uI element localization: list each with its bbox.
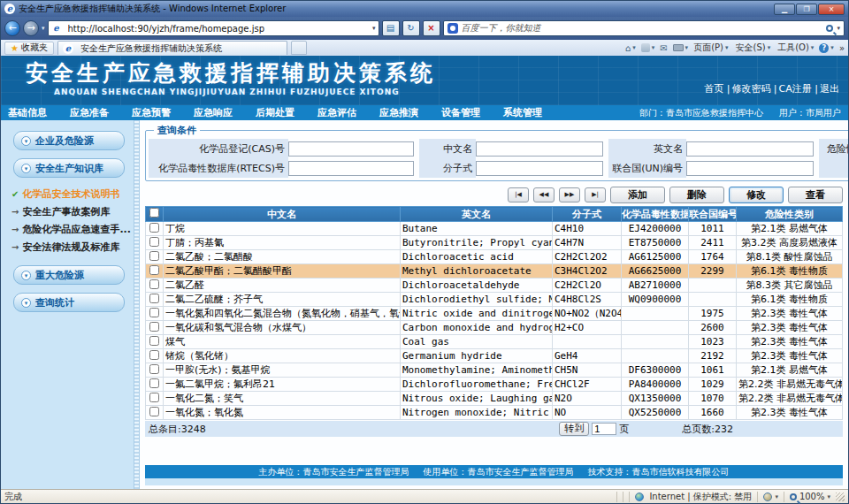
select-all-checkbox[interactable] xyxy=(149,208,159,218)
table-row[interactable]: 丁烷ButaneC4H10EJ42000001011第2.1类 易燃气体 xyxy=(146,222,843,236)
top-link-2[interactable]: CA注册 xyxy=(779,83,812,95)
row-checkbox[interactable] xyxy=(149,251,159,261)
nav-item-0[interactable]: 基础信息 xyxy=(8,106,47,119)
table-row[interactable]: 一氧化二氮；笑气Nitrous oxide; Laughing gasN2OQX… xyxy=(146,392,843,406)
row-checkbox[interactable] xyxy=(149,294,159,303)
mail-button[interactable]: ✉ xyxy=(660,43,667,53)
nav-item-8[interactable]: 系统管理 xyxy=(503,106,542,119)
page-input[interactable] xyxy=(592,423,616,435)
row-checkbox[interactable] xyxy=(149,393,159,402)
goto-button[interactable]: 转到 xyxy=(559,422,589,436)
row-checkbox[interactable] xyxy=(149,407,159,416)
search-dropdown-icon[interactable]: ▾ xyxy=(837,25,840,32)
enname-input[interactable] xyxy=(686,141,814,157)
table-row[interactable]: 一氧化氮和四氧化二氮混合物（氮氧化物，硝基气，氧化氮气体）Nitric oxid… xyxy=(146,307,843,321)
browser-menu-0[interactable]: 页面(P)▾ xyxy=(693,42,728,54)
close-button[interactable]: × xyxy=(818,4,845,15)
top-link-0[interactable]: 首页 xyxy=(704,83,723,95)
first-page-button[interactable]: |◀ xyxy=(508,187,529,202)
row-checkbox[interactable] xyxy=(149,308,159,317)
row-checkbox[interactable] xyxy=(149,350,159,360)
row-checkbox[interactable] xyxy=(149,364,159,374)
next-page-button[interactable]: ▶▶ xyxy=(559,187,580,202)
cas-input[interactable] xyxy=(288,141,414,157)
table-row[interactable]: 二氯二乙硫醚；芥子气Dichlorodiethyl sulfide; Musta… xyxy=(146,293,843,307)
col-cn[interactable]: 中文名 xyxy=(164,207,401,222)
nav-item-4[interactable]: 后期处置 xyxy=(256,106,294,119)
row-checkbox[interactable] xyxy=(149,322,159,332)
table-row[interactable]: 二氯乙酸甲酯；二氯醋酸甲酯Methyl dichloroacetateC3H4C… xyxy=(146,264,843,279)
table-row[interactable]: 一甲胺(无水)；氨基甲烷Monomethylamine; Aminomethan… xyxy=(146,363,843,378)
toolbar-overflow-chevron[interactable]: » xyxy=(839,43,845,53)
col-en[interactable]: 英文名 xyxy=(401,207,553,222)
top-link-1[interactable]: 修改密码 xyxy=(731,83,770,95)
browser-menu-2[interactable]: 工具(O)▾ xyxy=(777,42,814,54)
row-checkbox[interactable] xyxy=(149,336,159,346)
rtecs-input[interactable] xyxy=(288,161,414,176)
row-checkbox[interactable] xyxy=(149,378,159,388)
last-page-button[interactable]: ▶| xyxy=(585,187,606,202)
table-row[interactable]: 丁腈；丙基氰Butyronitrile; Propyl cyanideC4H7N… xyxy=(146,236,843,250)
forward-button[interactable]: → xyxy=(23,20,39,36)
search-box[interactable]: 百度一下，你就知道 ▾ xyxy=(443,20,845,36)
protected-mode-button[interactable]: ▾ xyxy=(763,493,778,501)
sidebar-item[interactable]: →安全生产事故案例库 xyxy=(11,203,134,221)
table-row[interactable]: 一氧化氮；氧化氮Nitrogen monoxide; Nitric oxideN… xyxy=(146,406,843,420)
modify-button[interactable]: 修改 xyxy=(729,187,784,203)
compatibility-view-button[interactable]: ▤ xyxy=(382,20,400,36)
table-row[interactable]: 煤气Coal gas1023第2.3类 毒性气体 xyxy=(146,335,843,349)
row-checkbox[interactable] xyxy=(149,223,159,233)
refresh-button[interactable]: ↻ xyxy=(402,20,420,36)
url-field[interactable]: e http://localhost:90/yjzh/frame/homepag… xyxy=(48,20,379,36)
active-tab[interactable]: e 安全生产应急救援指挥辅助决策系统 xyxy=(57,41,287,55)
print-button[interactable]: ▾ xyxy=(673,44,689,51)
search-icon[interactable] xyxy=(826,25,833,32)
browser-menu-1[interactable]: 安全(S)▾ xyxy=(735,42,770,54)
history-chevron-icon[interactable]: ▾ xyxy=(42,25,45,32)
top-link-3[interactable]: 退出 xyxy=(820,83,839,95)
stop-button[interactable]: × xyxy=(423,20,440,36)
table-row[interactable]: 锗烷（氢化锗）Germanium hydrideGeH42192第2.3类 毒性… xyxy=(146,349,843,363)
nav-item-5[interactable]: 应急评估 xyxy=(317,106,356,119)
table-row[interactable]: 二氯乙醛DichloroacetaldehydeC2H2Cl2OAB271000… xyxy=(146,279,843,293)
col-un[interactable]: 联合国编号 xyxy=(689,207,737,222)
maximize-button[interactable]: ❐ xyxy=(796,4,817,15)
table-row[interactable]: 一氟二氯甲烷；氟利昂21Dichlorofluoromethane; Freon… xyxy=(146,378,843,392)
prev-page-button[interactable]: ◀◀ xyxy=(533,187,555,202)
sidebar-group-button[interactable]: ▾安全生产知识库 xyxy=(13,158,125,178)
home-button[interactable]: ⌂▾ xyxy=(625,43,636,53)
minimize-button[interactable]: ▁ xyxy=(774,4,795,15)
help-button[interactable]: ?▾ xyxy=(819,43,834,53)
row-checkbox[interactable] xyxy=(149,265,159,275)
col-hazard[interactable]: 危险性类别 xyxy=(737,207,843,222)
url-dropdown-icon[interactable]: ▾ xyxy=(372,25,376,32)
sidebar-group-button[interactable]: ▾查询统计 xyxy=(13,293,125,312)
feeds-button[interactable]: ▾ xyxy=(641,43,655,52)
nav-item-1[interactable]: 应急准备 xyxy=(70,106,109,119)
sidebar-item[interactable]: →危险化学品应急速查手... xyxy=(11,221,134,239)
nav-item-7[interactable]: 设备管理 xyxy=(441,106,480,119)
col-rtecs[interactable]: 化学品毒性数据... xyxy=(622,207,689,222)
table-row[interactable]: 一氧化碳和氢气混合物（水煤气）Carbon monoxide and hydro… xyxy=(146,321,843,335)
sidebar-item[interactable]: ✔化学品安全技术说明书 xyxy=(11,186,134,203)
formula-input[interactable] xyxy=(476,161,603,176)
table-row[interactable]: 二氯乙酸；二氯醋酸Dichloroacetic acidC2H2Cl2O2AG6… xyxy=(146,250,843,264)
sidebar-splitter[interactable] xyxy=(134,120,140,489)
delete-button[interactable]: 删除 xyxy=(669,187,724,203)
row-checkbox[interactable] xyxy=(149,279,159,289)
col-formula[interactable]: 分子式 xyxy=(553,207,622,222)
view-button[interactable]: 查看 xyxy=(788,187,843,203)
nav-item-3[interactable]: 应急响应 xyxy=(194,106,233,119)
row-checkbox[interactable] xyxy=(149,237,159,247)
zoom-control[interactable]: 100% ▾ xyxy=(790,492,830,501)
favorites-button[interactable]: ★ 收藏夹 xyxy=(4,42,54,55)
nav-item-2[interactable]: 应急预警 xyxy=(132,106,171,119)
nav-item-6[interactable]: 应急推演 xyxy=(379,106,418,119)
cnname-input[interactable] xyxy=(476,141,603,157)
new-tab-button[interactable] xyxy=(291,41,307,55)
resize-grip[interactable] xyxy=(836,493,845,501)
sidebar-item[interactable]: →安全法律法规及标准库 xyxy=(11,239,134,256)
back-button[interactable]: ← xyxy=(4,20,20,36)
sidebar-group-button[interactable]: ▾企业及危险源 xyxy=(13,131,125,150)
un-input[interactable] xyxy=(686,161,814,176)
